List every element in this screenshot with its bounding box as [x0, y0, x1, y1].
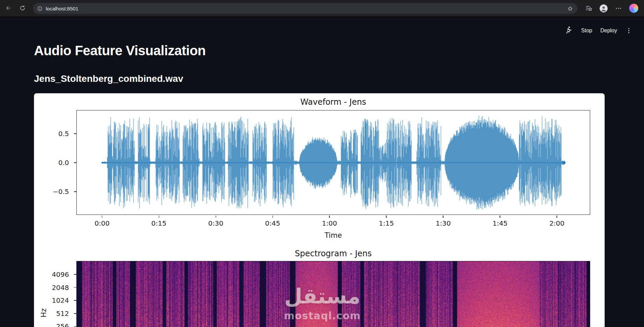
tick-mark	[74, 191, 76, 192]
profile-avatar[interactable]	[600, 4, 608, 12]
time-axis-label: Time	[76, 231, 590, 239]
tick-label: 0:00	[95, 219, 110, 227]
tick-mark	[216, 216, 216, 218]
tick-label: 1:30	[436, 219, 451, 227]
deploy-button[interactable]: Deploy	[600, 28, 617, 34]
waveform-title: Waveform - Jens	[76, 97, 590, 107]
spectrogram-title: Spectrogram - Jens	[76, 249, 590, 258]
tick-mark	[74, 300, 76, 301]
back-button[interactable]	[3, 3, 14, 14]
waveform-y-axis: 0.50.0−0.5	[34, 110, 74, 215]
tick-label: 0:45	[265, 219, 280, 227]
tick-label: 512	[56, 309, 69, 318]
tick-label: −0.5	[52, 188, 69, 196]
tick-mark	[500, 216, 500, 218]
bookmark-star-icon[interactable]	[567, 5, 573, 12]
running-status-icon	[564, 26, 573, 36]
tick-label: 0:15	[151, 219, 167, 227]
tick-mark	[74, 274, 76, 275]
tick-mark	[102, 216, 103, 218]
browser-chrome: localhost:8501	[0, 0, 644, 17]
tick-mark	[74, 133, 76, 134]
site-info-icon[interactable]	[37, 6, 43, 11]
back-arrow-icon	[5, 4, 12, 13]
tick-label: 2:00	[549, 219, 565, 227]
favorites-icon[interactable]	[584, 4, 594, 13]
reload-button[interactable]	[17, 3, 28, 14]
waveform-plot	[76, 110, 590, 215]
watermark-domain: mostaql.com	[255, 310, 390, 322]
waveform-x-axis: 0:000:150:300:451:001:151:301:452:00	[76, 219, 590, 228]
figure-image: Waveform - Jens 0.50.0−0.5 0:000:150:300…	[34, 93, 605, 327]
tick-mark	[443, 216, 443, 218]
tick-label: 1:00	[322, 219, 337, 227]
hz-axis-label: Hz	[40, 308, 48, 318]
tick-mark	[159, 216, 159, 218]
tick-label: 1:45	[493, 219, 508, 227]
watermark-arabic: مستقل	[255, 284, 390, 308]
app-toolbar: Stop Deploy	[564, 26, 633, 36]
streamlit-app: Stop Deploy Audio Feature Visualization …	[0, 17, 644, 327]
tick-mark	[74, 326, 76, 327]
copilot-icon[interactable]	[629, 4, 638, 13]
app-menu-icon[interactable]	[625, 27, 633, 34]
watermark: مستقل mostaql.com	[255, 284, 390, 322]
tick-label: 1024	[52, 296, 69, 304]
stop-button[interactable]: Stop	[581, 28, 592, 34]
tick-mark	[74, 287, 76, 288]
url-text: localhost:8501	[46, 6, 567, 11]
address-bar[interactable]: localhost:8501	[33, 3, 577, 14]
file-subheader: Jens_Stoltenberg_combined.wav	[34, 73, 183, 84]
tick-mark	[557, 216, 557, 218]
waveform-canvas	[77, 110, 590, 215]
tick-label: 0:30	[208, 219, 223, 227]
tick-label: 0.5	[58, 130, 69, 138]
tick-mark	[329, 216, 330, 218]
tick-mark	[74, 313, 76, 314]
page-title: Audio Feature Visualization	[34, 43, 206, 58]
browser-menu-icon[interactable]	[614, 4, 622, 13]
tick-mark	[386, 216, 387, 218]
tick-mark	[273, 216, 273, 218]
tick-mark	[74, 162, 76, 163]
reload-icon	[19, 5, 26, 12]
tick-label: 256	[56, 322, 69, 327]
tick-label: 4096	[52, 270, 69, 279]
tick-label: 1:15	[379, 219, 394, 227]
tick-label: 0.0	[58, 159, 69, 167]
tick-label: 2048	[52, 284, 69, 292]
